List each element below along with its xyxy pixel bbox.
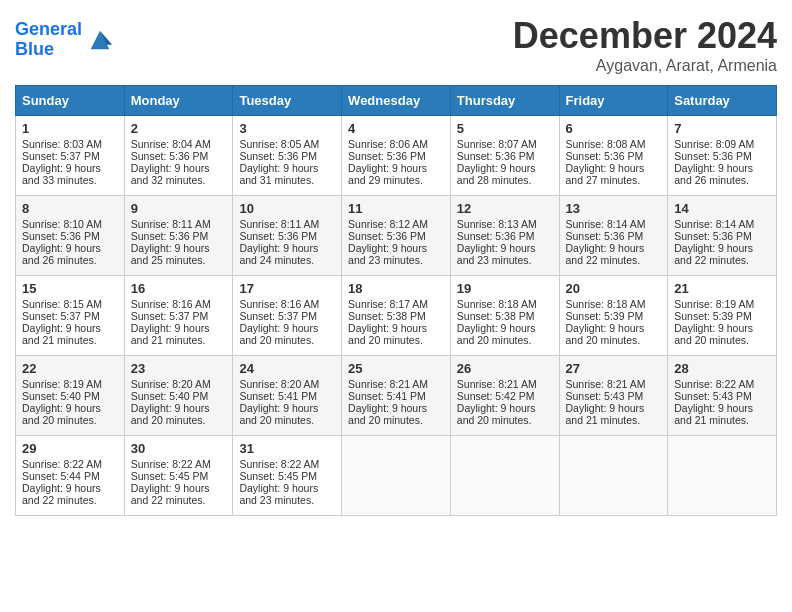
day-number: 6: [566, 121, 662, 136]
calendar-cell: 29Sunrise: 8:22 AMSunset: 5:44 PMDayligh…: [16, 436, 125, 516]
sunrise-text: Sunrise: 8:17 AM: [348, 298, 428, 310]
daylight-text: Daylight: 9 hours and 33 minutes.: [22, 162, 101, 186]
daylight-text: Daylight: 9 hours and 25 minutes.: [131, 242, 210, 266]
logo-icon: [86, 26, 114, 54]
day-number: 12: [457, 201, 553, 216]
calendar-cell: 2Sunrise: 8:04 AMSunset: 5:36 PMDaylight…: [124, 116, 233, 196]
calendar-table: SundayMondayTuesdayWednesdayThursdayFrid…: [15, 85, 777, 516]
daylight-text: Daylight: 9 hours and 20 minutes.: [457, 322, 536, 346]
logo-blue: Blue: [15, 39, 54, 59]
calendar-cell: 20Sunrise: 8:18 AMSunset: 5:39 PMDayligh…: [559, 276, 668, 356]
sunset-text: Sunset: 5:36 PM: [566, 150, 644, 162]
sunset-text: Sunset: 5:45 PM: [239, 470, 317, 482]
calendar-cell: 12Sunrise: 8:13 AMSunset: 5:36 PMDayligh…: [450, 196, 559, 276]
day-number: 9: [131, 201, 227, 216]
day-number: 25: [348, 361, 444, 376]
header-friday: Friday: [559, 86, 668, 116]
sunset-text: Sunset: 5:39 PM: [566, 310, 644, 322]
day-number: 3: [239, 121, 335, 136]
sunrise-text: Sunrise: 8:19 AM: [674, 298, 754, 310]
sunrise-text: Sunrise: 8:06 AM: [348, 138, 428, 150]
header-sunday: Sunday: [16, 86, 125, 116]
sunset-text: Sunset: 5:41 PM: [239, 390, 317, 402]
daylight-text: Daylight: 9 hours and 31 minutes.: [239, 162, 318, 186]
day-number: 22: [22, 361, 118, 376]
sunrise-text: Sunrise: 8:19 AM: [22, 378, 102, 390]
calendar-cell: [668, 436, 777, 516]
calendar-cell: 16Sunrise: 8:16 AMSunset: 5:37 PMDayligh…: [124, 276, 233, 356]
calendar-week-row: 15Sunrise: 8:15 AMSunset: 5:37 PMDayligh…: [16, 276, 777, 356]
calendar-cell: 30Sunrise: 8:22 AMSunset: 5:45 PMDayligh…: [124, 436, 233, 516]
day-number: 19: [457, 281, 553, 296]
sunset-text: Sunset: 5:37 PM: [131, 310, 209, 322]
calendar-cell: 21Sunrise: 8:19 AMSunset: 5:39 PMDayligh…: [668, 276, 777, 356]
page-header: General Blue December 2024 Aygavan, Arar…: [15, 15, 777, 75]
sunrise-text: Sunrise: 8:03 AM: [22, 138, 102, 150]
location-subtitle: Aygavan, Ararat, Armenia: [513, 57, 777, 75]
sunset-text: Sunset: 5:43 PM: [566, 390, 644, 402]
sunset-text: Sunset: 5:41 PM: [348, 390, 426, 402]
daylight-text: Daylight: 9 hours and 20 minutes.: [348, 322, 427, 346]
day-number: 8: [22, 201, 118, 216]
sunset-text: Sunset: 5:36 PM: [566, 230, 644, 242]
sunset-text: Sunset: 5:37 PM: [22, 150, 100, 162]
month-year-title: December 2024: [513, 15, 777, 57]
sunrise-text: Sunrise: 8:22 AM: [22, 458, 102, 470]
daylight-text: Daylight: 9 hours and 20 minutes.: [566, 322, 645, 346]
day-number: 10: [239, 201, 335, 216]
calendar-cell: 19Sunrise: 8:18 AMSunset: 5:38 PMDayligh…: [450, 276, 559, 356]
sunrise-text: Sunrise: 8:07 AM: [457, 138, 537, 150]
sunrise-text: Sunrise: 8:14 AM: [674, 218, 754, 230]
calendar-week-row: 29Sunrise: 8:22 AMSunset: 5:44 PMDayligh…: [16, 436, 777, 516]
sunrise-text: Sunrise: 8:21 AM: [348, 378, 428, 390]
daylight-text: Daylight: 9 hours and 21 minutes.: [566, 402, 645, 426]
sunrise-text: Sunrise: 8:22 AM: [131, 458, 211, 470]
calendar-week-row: 8Sunrise: 8:10 AMSunset: 5:36 PMDaylight…: [16, 196, 777, 276]
sunset-text: Sunset: 5:36 PM: [457, 230, 535, 242]
day-number: 2: [131, 121, 227, 136]
sunrise-text: Sunrise: 8:22 AM: [674, 378, 754, 390]
day-number: 17: [239, 281, 335, 296]
sunset-text: Sunset: 5:36 PM: [674, 150, 752, 162]
logo: General Blue: [15, 20, 114, 60]
calendar-cell: 5Sunrise: 8:07 AMSunset: 5:36 PMDaylight…: [450, 116, 559, 196]
day-number: 14: [674, 201, 770, 216]
sunset-text: Sunset: 5:37 PM: [239, 310, 317, 322]
sunset-text: Sunset: 5:36 PM: [457, 150, 535, 162]
calendar-cell: [342, 436, 451, 516]
calendar-cell: 8Sunrise: 8:10 AMSunset: 5:36 PMDaylight…: [16, 196, 125, 276]
daylight-text: Daylight: 9 hours and 20 minutes.: [457, 402, 536, 426]
day-number: 28: [674, 361, 770, 376]
daylight-text: Daylight: 9 hours and 21 minutes.: [131, 322, 210, 346]
sunrise-text: Sunrise: 8:16 AM: [131, 298, 211, 310]
sunrise-text: Sunrise: 8:20 AM: [131, 378, 211, 390]
sunrise-text: Sunrise: 8:16 AM: [239, 298, 319, 310]
daylight-text: Daylight: 9 hours and 24 minutes.: [239, 242, 318, 266]
calendar-week-row: 1Sunrise: 8:03 AMSunset: 5:37 PMDaylight…: [16, 116, 777, 196]
sunrise-text: Sunrise: 8:05 AM: [239, 138, 319, 150]
day-number: 18: [348, 281, 444, 296]
daylight-text: Daylight: 9 hours and 20 minutes.: [348, 402, 427, 426]
daylight-text: Daylight: 9 hours and 23 minutes.: [239, 482, 318, 506]
calendar-cell: 14Sunrise: 8:14 AMSunset: 5:36 PMDayligh…: [668, 196, 777, 276]
daylight-text: Daylight: 9 hours and 21 minutes.: [22, 322, 101, 346]
sunrise-text: Sunrise: 8:14 AM: [566, 218, 646, 230]
calendar-cell: 17Sunrise: 8:16 AMSunset: 5:37 PMDayligh…: [233, 276, 342, 356]
sunrise-text: Sunrise: 8:21 AM: [457, 378, 537, 390]
calendar-cell: 9Sunrise: 8:11 AMSunset: 5:36 PMDaylight…: [124, 196, 233, 276]
sunset-text: Sunset: 5:42 PM: [457, 390, 535, 402]
daylight-text: Daylight: 9 hours and 20 minutes.: [22, 402, 101, 426]
calendar-cell: 25Sunrise: 8:21 AMSunset: 5:41 PMDayligh…: [342, 356, 451, 436]
calendar-cell: 27Sunrise: 8:21 AMSunset: 5:43 PMDayligh…: [559, 356, 668, 436]
day-number: 7: [674, 121, 770, 136]
calendar-cell: 23Sunrise: 8:20 AMSunset: 5:40 PMDayligh…: [124, 356, 233, 436]
calendar-cell: 31Sunrise: 8:22 AMSunset: 5:45 PMDayligh…: [233, 436, 342, 516]
calendar-cell: 22Sunrise: 8:19 AMSunset: 5:40 PMDayligh…: [16, 356, 125, 436]
calendar-cell: 4Sunrise: 8:06 AMSunset: 5:36 PMDaylight…: [342, 116, 451, 196]
day-number: 15: [22, 281, 118, 296]
logo-general: General: [15, 19, 82, 39]
sunset-text: Sunset: 5:36 PM: [348, 150, 426, 162]
sunrise-text: Sunrise: 8:04 AM: [131, 138, 211, 150]
sunset-text: Sunset: 5:37 PM: [22, 310, 100, 322]
daylight-text: Daylight: 9 hours and 21 minutes.: [674, 402, 753, 426]
